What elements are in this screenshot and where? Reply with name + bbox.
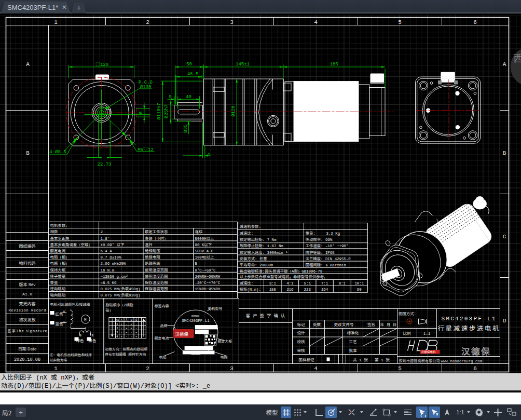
svg-text:更改文件号: 更改文件号 [334, 322, 354, 327]
svg-text:Ø120: Ø120 [231, 105, 236, 117]
svg-text:品牌: 品牌 [160, 324, 168, 328]
svg-text:传动效率: 96%: 传动效率: 96% [306, 237, 333, 242]
svg-text:批准: 批准 [349, 348, 357, 353]
svg-text:www.handerburg.com: www.handerburg.com [441, 359, 483, 363]
svg-text:5: 5 [398, 365, 402, 372]
svg-text:基本步距角: 基本步距角 [50, 236, 70, 241]
svg-text:比例: 比例 [403, 330, 411, 336]
svg-text:工作温度: -10° ~+90°: 工作温度: -10° ~+90° [306, 243, 349, 248]
svg-text:80 K以下: 80 K以下 [195, 243, 212, 247]
svg-text:+: + [121, 322, 123, 326]
svg-text:汉德保电机: 汉德保电机 [421, 350, 436, 354]
svg-text:+: + [126, 331, 128, 334]
svg-text:安装方式: 任意: 安装方式: 任意 [240, 256, 267, 261]
svg-text:D: D [503, 318, 506, 324]
svg-text:+: + [135, 331, 138, 334]
svg-text:4: 4 [116, 335, 118, 338]
svg-text:8: 8 [139, 112, 144, 114]
svg-text:3: 3 [230, 19, 234, 25]
svg-text:输出轴键标准:圆头普通平键（A型）GB1096-79: 输出轴键标准:圆头普通平键（A型）GB1096-79 [240, 269, 323, 274]
svg-text:法兰精度: DIN 42955-R: 法兰精度: DIN 42955-R [306, 256, 351, 261]
svg-text:保存温度范围: 保存温度范围 [145, 280, 168, 285]
svg-text:Ø25h7: Ø25h7 [164, 104, 169, 118]
svg-text:No: No [116, 318, 119, 322]
svg-text:7:1: 7:1 [321, 281, 328, 286]
svg-text:额定电流: 额定电流 [50, 249, 66, 253]
svg-text:以上参数适合标准型号减速机，非标型号仅供参考。: 以上参数适合标准型号减速机，非标型号仅供参考。 [240, 275, 328, 279]
svg-text:设计: 设计 [297, 331, 305, 335]
svg-text:故障停止扭矩: 1.67 Nm: 故障停止扭矩: 1.67 Nm [240, 243, 284, 248]
svg-text:Revision Record: Revision Record [9, 308, 46, 313]
svg-text:1:1: 1:1 [423, 332, 431, 336]
svg-text:深圳市德智高新有限公司: 深圳市德智高新有限公司 [399, 358, 440, 363]
svg-text:Ø35: Ø35 [183, 124, 188, 132]
svg-text:MODEL: MODEL [191, 315, 200, 318]
svg-text:-: - [131, 331, 132, 334]
svg-text:重量:: 重量: [306, 231, 316, 236]
svg-text:标签内容: 标签内容 [155, 304, 169, 308]
svg-text:物料代码: 物料代码 [19, 260, 36, 266]
svg-text:4-Ø8.5: 4-Ø8.5 [49, 150, 66, 155]
svg-text:5:1: 5:1 [304, 281, 311, 286]
svg-text:4: 4 [314, 365, 318, 372]
svg-text:≈8.5 KG: ≈8.5 KG [101, 281, 117, 285]
svg-text:电机型号: 电机型号 [208, 307, 223, 311]
svg-text:3: 3 [116, 331, 118, 334]
svg-text:径向跳动: 径向跳动 [50, 287, 66, 291]
svg-text:+: + [126, 327, 128, 330]
svg-text:Ø110h7: Ø110h7 [157, 103, 162, 119]
svg-text:变更内容: 变更内容 [19, 301, 36, 306]
svg-text:223: 223 [304, 288, 311, 292]
svg-text:图样标记: 图样标记 [298, 358, 314, 362]
svg-text:签字The signature: 签字The signature [8, 328, 47, 333]
svg-text:SMC4203PF-L1: SMC4203PF-L1 [442, 316, 496, 322]
svg-text:日期 Date: 日期 Date [18, 346, 37, 351]
svg-text:年 月 日: 年 月 日 [380, 322, 397, 327]
svg-text:回程间隙: ≤ 8arcmin: 回程间隙: ≤ 8arcmin [306, 263, 346, 267]
svg-text:+: + [131, 322, 133, 326]
svg-text:基本步距角误差（空载）: 基本步距角误差（空载） [50, 242, 92, 247]
svg-text:1: 1 [54, 19, 58, 25]
svg-text:额定工作状态: 额定工作状态 [145, 229, 168, 234]
svg-text:签名: 签名 [367, 322, 375, 327]
svg-text:C: C [503, 234, 506, 240]
svg-text:扭矩(N.m):: 扭矩(N.m): [240, 287, 261, 292]
svg-text:16 N.m: 16 N.m [101, 268, 115, 273]
svg-text:216: 216 [286, 288, 293, 292]
svg-text:4: 4 [207, 152, 210, 157]
svg-text:-: - [126, 335, 127, 338]
svg-text:1: 1 [54, 365, 58, 372]
svg-text:注：电机引出线颜色和线序: 注：电机引出线颜色和线序 [50, 353, 92, 357]
svg-text:0.025 MM(负载450g): 0.025 MM(负载450g) [101, 287, 141, 291]
svg-text:额定输入速度: 3000min⁻¹: 额定输入速度: 3000min⁻¹ [240, 250, 288, 255]
svg-text:5000H以上: 5000H以上 [195, 236, 215, 241]
svg-text:5: 5 [169, 94, 171, 100]
svg-text:额定电流: 额定电流 [155, 336, 169, 341]
svg-text:A1.0: A1.0 [22, 292, 32, 296]
svg-text:6.4 A: 6.4 A [101, 249, 113, 253]
svg-text:B: B [131, 318, 133, 322]
svg-text:22.73: 22.73 [97, 162, 111, 167]
svg-text:绝缘耐压: 绝缘耐压 [145, 249, 160, 253]
svg-text:+: + [135, 335, 138, 338]
svg-text:减速比:: 减速比: [240, 281, 254, 286]
svg-text:+: + [121, 335, 123, 338]
svg-text:-: - [135, 322, 137, 326]
svg-text:处数: 处数 [313, 322, 321, 327]
svg-text:B: B [195, 262, 198, 266]
svg-text:-20°C~+70°C: -20°C~+70°C [195, 281, 221, 285]
svg-text:标记: 标记 [297, 322, 305, 327]
svg-text:□120: □120 [95, 61, 108, 67]
svg-text:B: B [80, 334, 82, 337]
svg-text:汉德保: 汉德保 [461, 345, 491, 357]
svg-text:A: A [26, 61, 30, 67]
svg-text:寿命（小时）: 寿命（小时） [145, 236, 168, 241]
svg-text:A: A [503, 61, 506, 67]
svg-text:4: 4 [314, 19, 318, 25]
svg-text:连续: 连续 [195, 229, 203, 234]
svg-text:绝缘等级: 绝缘等级 [145, 261, 160, 266]
svg-text:40: 40 [186, 94, 191, 100]
svg-text:6: 6 [473, 365, 477, 372]
svg-text:标准化: 标准化 [347, 331, 359, 335]
svg-text:工艺: 工艺 [349, 340, 357, 344]
